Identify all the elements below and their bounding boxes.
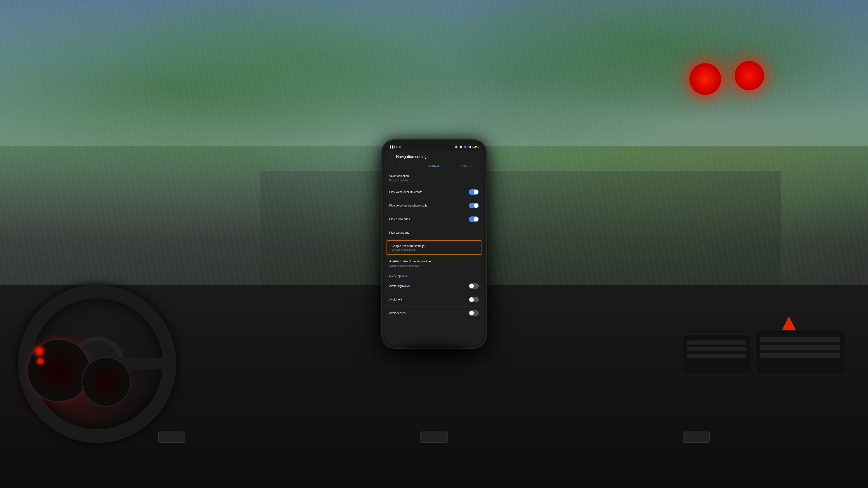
avoid-tolls-item: Avoid tolls bbox=[385, 293, 483, 306]
tab-louder[interactable]: LOUDER bbox=[451, 162, 483, 170]
status-bar-left: ▐▐▐ ▾ 🐦 bbox=[389, 145, 402, 149]
phone-screen: ▐▐▐ ▾ 🐦 🔔 ⏰ 🔷 ▮▮ 12:41 ← Navigation sett… bbox=[385, 143, 483, 345]
phone-device: ▐▐▐ ▾ 🐦 🔔 ⏰ 🔷 ▮▮ 12:41 ← Navigation sett… bbox=[382, 140, 486, 348]
phone-container: ▐▐▐ ▾ 🐦 🔔 ⏰ 🔷 ▮▮ 12:41 ← Navigation sett… bbox=[382, 140, 486, 348]
tab-normal[interactable]: NORMAL bbox=[417, 162, 450, 170]
avoid-tolls-left: Avoid tolls bbox=[389, 297, 469, 302]
voice-selection-item[interactable]: Voice selection Default (English) bbox=[385, 170, 483, 185]
speedometer bbox=[27, 339, 90, 402]
page-title: Navigation settings bbox=[396, 155, 429, 159]
rpm-gauge bbox=[81, 357, 131, 407]
notification-icon: 🔔 bbox=[455, 145, 458, 149]
speed-indicator-red bbox=[35, 347, 44, 356]
twitter-icon: 🐦 bbox=[399, 145, 402, 149]
play-voice-bluetooth-toggle[interactable] bbox=[469, 189, 479, 195]
play-test-sound-item[interactable]: Play test sound bbox=[385, 226, 483, 239]
app-header: ← Navigation settings bbox=[385, 151, 483, 162]
voice-selection-label: Voice selection bbox=[389, 174, 479, 178]
vent-slat bbox=[687, 354, 746, 358]
dash-button-center[interactable] bbox=[421, 431, 447, 443]
speed-indicator-red2 bbox=[37, 358, 44, 365]
back-button[interactable]: ← bbox=[388, 154, 393, 159]
vent-slat bbox=[760, 353, 840, 358]
volume-tabs: SOFTER NORMAL LOUDER bbox=[385, 162, 483, 170]
gauge-cluster bbox=[23, 330, 135, 420]
voice-selection-sublabel: Default (English) bbox=[389, 179, 479, 182]
avoid-highways-label: Avoid highways bbox=[389, 284, 469, 288]
play-voice-calls-label: Play voice during phone calls bbox=[389, 203, 469, 207]
avoid-highways-item: Avoid highways bbox=[385, 280, 483, 293]
google-assistant-sublabel: Manage driving mode bbox=[392, 249, 476, 251]
assistant-media-sublabel: Service used to play music bbox=[389, 264, 479, 267]
avoid-highways-toggle[interactable] bbox=[469, 283, 479, 289]
avoid-ferries-toggle[interactable] bbox=[469, 311, 479, 316]
play-test-sound-label: Play test sound bbox=[389, 231, 479, 235]
battery-icon: ▮▮ bbox=[468, 145, 471, 149]
vent-slat bbox=[760, 345, 840, 350]
assistant-media-item[interactable]: Assistant default media provider Service… bbox=[385, 256, 483, 271]
avoid-ferries-left: Avoid ferries bbox=[389, 311, 469, 315]
avoid-tolls-toggle[interactable] bbox=[469, 297, 479, 302]
route-options-header: Route options bbox=[385, 271, 483, 280]
play-audio-cues-item: Play audio cues bbox=[385, 213, 483, 226]
vent-slat bbox=[687, 340, 746, 345]
play-voice-bluetooth-label: Play voice over Bluetooth bbox=[389, 190, 469, 194]
avoid-ferries-item: Avoid ferries bbox=[385, 306, 483, 320]
tab-softer[interactable]: SOFTER bbox=[385, 162, 417, 170]
wifi-icon: ▾ bbox=[396, 145, 397, 149]
settings-content: Voice selection Default (English) Play v… bbox=[385, 170, 483, 345]
alarm-icon: ⏰ bbox=[459, 145, 463, 149]
status-bar-right: 🔔 ⏰ 🔷 ▮▮ 12:41 bbox=[455, 145, 479, 149]
avoid-ferries-label: Avoid ferries bbox=[389, 311, 469, 315]
play-audio-cues-label: Play audio cues bbox=[389, 217, 469, 221]
google-assistant-label: Google Assistant settings bbox=[392, 244, 476, 248]
play-voice-bluetooth-left: Play voice over Bluetooth bbox=[389, 190, 469, 194]
bluetooth-icon: 🔷 bbox=[464, 145, 467, 149]
play-voice-calls-toggle[interactable] bbox=[469, 203, 479, 208]
signal-icon: ▐▐▐ bbox=[389, 145, 395, 148]
vent-slat bbox=[760, 337, 840, 342]
google-assistant-settings-item[interactable]: Google Assistant settings Manage driving… bbox=[386, 240, 482, 255]
traffic-light-right bbox=[735, 61, 764, 90]
assistant-media-label: Assistant default media provider bbox=[389, 259, 479, 263]
vent-slat bbox=[687, 347, 746, 351]
avoid-tolls-label: Avoid tolls bbox=[389, 297, 469, 302]
play-audio-cues-toggle[interactable] bbox=[469, 217, 479, 222]
bottom-dash-controls bbox=[158, 431, 710, 443]
play-voice-calls-left: Play voice during phone calls bbox=[389, 203, 469, 207]
play-test-sound-left: Play test sound bbox=[389, 231, 479, 235]
status-bar: ▐▐▐ ▾ 🐦 🔔 ⏰ 🔷 ▮▮ 12:41 bbox=[385, 143, 483, 151]
status-time: 12:41 bbox=[472, 145, 479, 148]
traffic-light-left bbox=[689, 63, 721, 95]
dash-button-left[interactable] bbox=[158, 431, 185, 443]
dash-button-right[interactable] bbox=[683, 431, 710, 443]
avoid-highways-left: Avoid highways bbox=[389, 284, 469, 288]
play-voice-calls-item: Play voice during phone calls bbox=[385, 199, 483, 213]
air-vent-right bbox=[755, 330, 845, 375]
play-voice-bluetooth-item: Play voice over Bluetooth bbox=[385, 185, 483, 199]
phone-shadow bbox=[400, 344, 468, 352]
air-vent-center bbox=[683, 334, 750, 375]
play-audio-cues-left: Play audio cues bbox=[389, 217, 469, 221]
